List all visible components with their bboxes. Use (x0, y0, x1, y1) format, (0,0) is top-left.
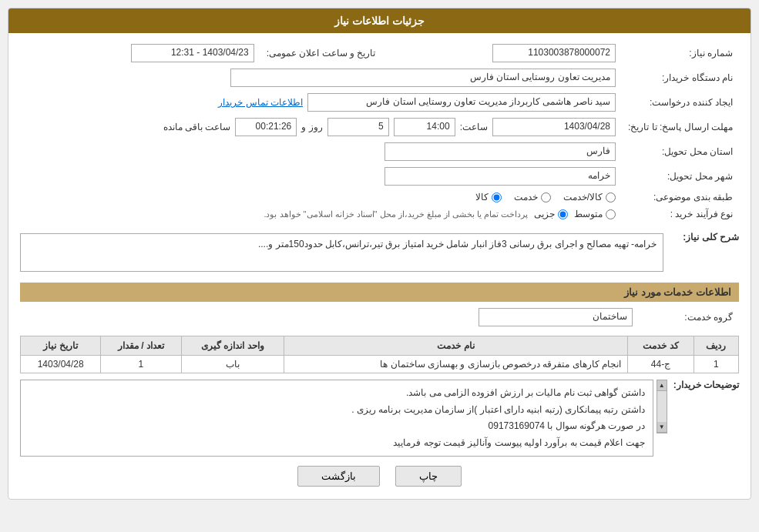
need-number-value: 1103003878000072 (381, 41, 622, 65)
buyer-org-box: مدیریت تعاون روستایی استان فارس (230, 69, 616, 87)
province-label: استان محل تحویل: (622, 139, 739, 164)
card-body: شماره نیاز: 1103003878000072 تاریخ و ساع… (8, 33, 751, 499)
page-title: جزئیات اطلاعات نیاز (334, 15, 425, 27)
buyer-note-line: داشتن گواهی ثبت نام مالیات بر ارزش افزود… (29, 385, 645, 402)
purchase-type-group: متوسط جزیی پرداخت تمام یا بخشی از مبلغ خ… (26, 209, 616, 219)
need-number-label: شماره نیاز: (622, 41, 739, 65)
description-row: شرح کلی نیاز: خرامه- تهیه مصالح و اجرای … (20, 229, 739, 276)
creator-label: ایجاد کننده درخواست: (622, 90, 739, 115)
col-date: تاریخ نیاز (21, 336, 101, 356)
radio-jozi-label: جزیی (534, 209, 555, 219)
table-row: 1 ج-44 انجام کارهای متفرقه درخصوص بازساز… (21, 356, 739, 373)
scroll-up-btn[interactable]: ▲ (657, 380, 667, 391)
category-radios: کالا/خدمت خدمت کالا (20, 189, 622, 206)
city-box: خرامه (385, 167, 616, 186)
buyer-notes-row: توضیحات خریدار: ▲ ▼ داشتن گواهی ثبت نام … (20, 380, 739, 457)
service-group-label: گروه خدمت: (639, 305, 739, 330)
category-label: طبقه بندی موضوعی: (622, 189, 739, 206)
service-group-value: ساختمان (20, 305, 639, 330)
description-label: شرح کلی نیاز: (670, 229, 739, 243)
city-label: شهر محل تحویل: (622, 164, 739, 189)
cell-code: ج-44 (628, 356, 694, 373)
deadline-row: 1403/04/28 ساعت: 14:00 5 روز و 00: (20, 115, 622, 139)
buyer-notes-content: داشتن گواهی ثبت نام مالیات بر ارزش افزود… (20, 380, 653, 457)
radio-khedmat-label: خدمت (514, 192, 538, 202)
services-table: ردیف کد خدمت نام خدمت واحد اندازه گیری ت… (20, 336, 739, 373)
info-table-top: شماره نیاز: 1103003878000072 تاریخ و ساع… (20, 41, 739, 223)
buyer-note-line: جهت اعلام قیمت به برآورد اولیه پیوست وآن… (29, 435, 645, 452)
contact-link[interactable]: اطلاعات تماس خریدار (218, 97, 303, 108)
category-radio-group: کالا/خدمت خدمت کالا (26, 192, 616, 202)
scrollbar[interactable]: ▲ ▼ (657, 380, 667, 433)
card-header: جزئیات اطلاعات نیاز (8, 8, 751, 33)
services-section-header: اطلاعات خدمات مورد نیاز (20, 283, 739, 302)
radio-motavaset[interactable]: متوسط (574, 209, 616, 219)
radio-kala-input[interactable] (492, 192, 502, 202)
buyer-note-line: داشتن رتبه پیمانکاری (رتبه ابنیه دارای ا… (29, 402, 645, 419)
col-unit: واحد اندازه گیری (181, 336, 284, 356)
announce-date-label: تاریخ و ساعت اعلان عمومی: (260, 41, 382, 65)
col-name: نام خدمت (284, 336, 628, 356)
service-group-table: گروه خدمت: ساختمان (20, 305, 739, 330)
announce-date-box: 1403/04/23 - 12:31 (131, 44, 254, 62)
purchase-type-row: متوسط جزیی پرداخت تمام یا بخشی از مبلغ خ… (20, 206, 622, 223)
col-code: کد خدمت (628, 336, 694, 356)
buyer-notes-label: توضیحات خریدار: (673, 380, 739, 390)
purchase-type-label: نوع فرآیند خرید : (622, 206, 739, 223)
deadline-date-box: 1403/04/28 (492, 118, 616, 136)
description-box: خرامه- تهیه مصالح و اجرای برق رسانی 3فاز… (20, 233, 663, 272)
cell-date: 1403/04/28 (21, 356, 101, 373)
buyer-org-value: مدیریت تعاون روستایی استان فارس (20, 65, 622, 90)
creator-value: سید ناصر هاشمی کاربرداز مدیریت تعاون روس… (20, 90, 622, 115)
city-value: خرامه (20, 164, 622, 189)
deadline-time-label: ساعت: (460, 122, 488, 132)
radio-khedmat-input[interactable] (541, 192, 551, 202)
radio-jozi[interactable]: جزیی (534, 209, 568, 219)
radio-motavaset-input[interactable] (606, 209, 616, 219)
deadline-remaining-label: ساعت باقی مانده (163, 122, 231, 132)
deadline-remaining-box: 00:21:26 (235, 118, 297, 136)
page-wrapper: جزئیات اطلاعات نیاز شماره نیاز: 11030038… (0, 0, 759, 532)
province-value: فارس (20, 139, 622, 164)
radio-motavaset-label: متوسط (574, 209, 603, 219)
service-group-box: ساختمان (479, 308, 633, 326)
radio-kala[interactable]: کالا (475, 192, 502, 202)
need-number-box: 1103003878000072 (492, 44, 616, 62)
deadline-label: مهلت ارسال پاسخ: تا تاریخ: (622, 115, 739, 139)
deadline-days-label: روز و (301, 122, 322, 132)
buyer-org-label: نام دستگاه خریدار: (622, 65, 739, 90)
radio-jozi-input[interactable] (558, 209, 568, 219)
buyer-note-line: در صورت هرگونه سوال با 09173169074 (29, 418, 645, 435)
radio-kala-label: کالا (475, 192, 489, 202)
main-card: جزئیات اطلاعات نیاز شماره نیاز: 11030038… (8, 8, 751, 500)
cell-row: 1 (694, 356, 738, 373)
button-row: چاپ بازگشت (20, 466, 739, 487)
radio-khedmat[interactable]: خدمت (514, 192, 551, 202)
back-button[interactable]: بازگشت (297, 466, 380, 487)
announce-date-value: 1403/04/23 - 12:31 (20, 41, 260, 65)
cell-name: انجام کارهای متفرقه درخصوص بازسازی و بهس… (284, 356, 628, 373)
scroll-track (657, 391, 667, 422)
radio-kala-khedmat-input[interactable] (606, 192, 616, 202)
col-count: تعداد / مقدار (101, 336, 181, 356)
cell-count: 1 (101, 356, 181, 373)
scroll-down-btn[interactable]: ▼ (657, 422, 667, 433)
col-row: ردیف (694, 336, 738, 356)
cell-unit: باب (181, 356, 284, 373)
province-box: فارس (385, 142, 616, 161)
radio-kala-khedmat[interactable]: کالا/خدمت (563, 192, 616, 202)
radio-kala-khedmat-label: کالا/خدمت (563, 192, 603, 202)
deadline-time-box: 14:00 (394, 118, 455, 136)
print-button[interactable]: چاپ (395, 466, 462, 487)
creator-box: سید ناصر هاشمی کاربرداز مدیریت تعاون روس… (307, 93, 616, 112)
buyer-notes-container: ▲ ▼ داشتن گواهی ثبت نام مالیات بر ارزش ا… (20, 380, 667, 457)
purchase-type-note: پرداخت تمام یا بخشی از مبلغ خرید،از محل … (264, 209, 528, 219)
deadline-days-box: 5 (327, 118, 389, 136)
